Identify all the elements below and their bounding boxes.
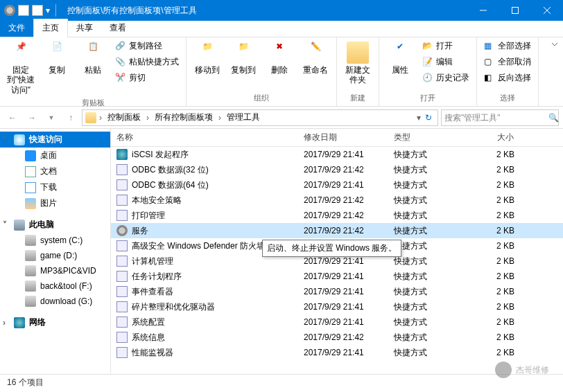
status-bar: 16 个项目 bbox=[0, 374, 563, 391]
file-name: 系统配置 bbox=[132, 317, 165, 327]
history-button[interactable]: 🕘历史记录 bbox=[419, 71, 472, 85]
back-button[interactable]: ← bbox=[4, 109, 21, 126]
file-size: 2 KB bbox=[465, 302, 520, 312]
nav-pictures[interactable]: 图片 bbox=[0, 195, 110, 211]
selectnone-button[interactable]: ▢全部取消 bbox=[481, 55, 534, 69]
chevron-icon[interactable]: › bbox=[145, 113, 150, 123]
file-row[interactable]: 打印管理2017/9/29 21:42快捷方式2 KB bbox=[111, 208, 563, 223]
nav-pane[interactable]: ˅快速访问 桌面 文档 下载 图片 ˅此电脑 system (C:) game … bbox=[0, 129, 111, 374]
nav-drive-f[interactable]: back&tool (F:) bbox=[0, 278, 110, 294]
pasteshortcut-button[interactable]: 📎粘贴快捷方式 bbox=[112, 55, 182, 69]
file-date: 2017/9/29 21:42 bbox=[298, 211, 388, 220]
tab-file[interactable]: 文件 bbox=[0, 19, 33, 37]
ribbon-collapse-button[interactable] bbox=[546, 37, 563, 106]
file-date: 2017/9/29 21:42 bbox=[298, 332, 388, 342]
nav-drive-g[interactable]: download (G:) bbox=[0, 294, 110, 309]
copyto-button[interactable]: 📁复制到 bbox=[227, 39, 260, 78]
crumb-2[interactable]: 管理工具 bbox=[224, 112, 263, 123]
file-row[interactable]: ODBC 数据源(32 位)2017/9/29 21:42快捷方式2 KB bbox=[111, 162, 563, 177]
file-list: 名称 修改日期 类型 大小 iSCSI 发起程序2017/9/29 21:41快… bbox=[111, 129, 563, 374]
file-row[interactable]: 系统信息2017/9/29 21:42快捷方式2 KB bbox=[111, 330, 563, 345]
file-row[interactable]: 本地安全策略2017/9/29 21:42快捷方式2 KB bbox=[111, 193, 563, 208]
new-group-label: 新建 bbox=[341, 93, 374, 105]
qat-icon-1[interactable] bbox=[18, 5, 29, 16]
recent-button[interactable]: ▼ bbox=[43, 109, 60, 126]
file-date: 2017/9/29 21:41 bbox=[298, 180, 388, 190]
address-dropdown[interactable]: ▾ bbox=[417, 113, 421, 123]
file-row[interactable]: ODBC 数据源(64 位)2017/9/29 21:41快捷方式2 KB bbox=[111, 177, 563, 193]
crumb-1[interactable]: 所有控制面板项 bbox=[152, 112, 216, 123]
pin-button[interactable]: 📌固定到"快速访问" bbox=[4, 39, 37, 98]
file-row[interactable]: 碎片整理和优化驱动器2017/9/29 21:41快捷方式2 KB bbox=[111, 299, 563, 314]
tab-share[interactable]: 共享 bbox=[68, 19, 101, 37]
edit-button[interactable]: 📝编辑 bbox=[419, 55, 472, 69]
search-icon[interactable]: 🔍 bbox=[548, 113, 559, 123]
copy-button[interactable]: 📄复制 bbox=[40, 39, 73, 78]
selectall-button[interactable]: ▦全部选择 bbox=[481, 39, 534, 53]
file-size: 2 KB bbox=[465, 287, 520, 296]
rename-button[interactable]: ✏️重命名 bbox=[299, 39, 332, 78]
file-row[interactable]: 系统配置2017/9/29 21:41快捷方式2 KB bbox=[111, 314, 563, 330]
nav-network[interactable]: ›网络 bbox=[0, 314, 110, 330]
nav-desktop[interactable]: 桌面 bbox=[0, 148, 110, 163]
file-type: 快捷方式 bbox=[388, 317, 465, 328]
file-size: 2 KB bbox=[465, 348, 520, 357]
col-size[interactable]: 大小 bbox=[465, 132, 520, 143]
qat-dropdown[interactable]: ▾ bbox=[46, 6, 50, 15]
file-date: 2017/9/29 21:41 bbox=[298, 317, 388, 327]
item-count: 16 个项目 bbox=[7, 377, 44, 389]
file-row[interactable]: 任务计划程序2017/9/29 21:41快捷方式2 KB bbox=[111, 269, 563, 284]
file-name: ODBC 数据源(32 位) bbox=[132, 165, 209, 175]
nav-drive-d[interactable]: game (D:) bbox=[0, 248, 110, 263]
nav-drive-e[interactable]: MP3&PIC&VID bbox=[0, 263, 110, 278]
col-type[interactable]: 类型 bbox=[388, 132, 465, 143]
properties-button[interactable]: ✔属性 bbox=[383, 39, 417, 78]
cut-button[interactable]: ✂️剪切 bbox=[112, 71, 182, 85]
nav-downloads[interactable]: 下载 bbox=[0, 179, 110, 195]
chevron-icon[interactable]: › bbox=[98, 113, 103, 123]
maximize-button[interactable] bbox=[499, 0, 531, 21]
crumb-0[interactable]: 控制面板 bbox=[105, 112, 144, 123]
file-date: 2017/9/29 21:42 bbox=[298, 226, 388, 235]
file-size: 2 KB bbox=[465, 211, 520, 220]
delete-button[interactable]: ✖删除 bbox=[263, 39, 296, 78]
refresh-button[interactable]: ↻ bbox=[422, 113, 435, 123]
file-name: 高级安全 Windows Defender 防火墙 bbox=[132, 241, 265, 251]
copypath-button[interactable]: 🔗复制路径 bbox=[112, 39, 182, 53]
close-button[interactable] bbox=[531, 0, 563, 21]
file-row[interactable]: 事件查看器2017/9/29 21:41快捷方式2 KB bbox=[111, 284, 563, 299]
search-input[interactable] bbox=[444, 113, 548, 123]
file-size: 2 KB bbox=[465, 332, 520, 342]
file-rows[interactable]: iSCSI 发起程序2017/9/29 21:41快捷方式2 KBODBC 数据… bbox=[111, 147, 563, 374]
clipboard-group-label: 剪贴板 bbox=[4, 98, 182, 109]
forward-button[interactable]: → bbox=[24, 109, 40, 126]
file-name: 碎片整理和优化驱动器 bbox=[132, 302, 215, 312]
up-button[interactable]: ↑ bbox=[62, 109, 79, 126]
nav-quick-access[interactable]: ˅快速访问 bbox=[0, 132, 110, 148]
open-button[interactable]: 📂打开 bbox=[419, 39, 472, 53]
file-name: iSCSI 发起程序 bbox=[132, 150, 189, 159]
invert-button[interactable]: ◧反向选择 bbox=[481, 71, 534, 85]
col-name[interactable]: 名称 bbox=[111, 132, 298, 143]
newfolder-button[interactable]: 新建文件夹 bbox=[341, 39, 374, 88]
nav-drive-c[interactable]: system (C:) bbox=[0, 233, 110, 248]
nav-thispc[interactable]: ˅此电脑 bbox=[0, 217, 110, 233]
chevron-icon[interactable]: › bbox=[217, 113, 223, 123]
minimize-button[interactable] bbox=[467, 0, 499, 21]
file-row[interactable]: iSCSI 发起程序2017/9/29 21:41快捷方式2 KB bbox=[111, 147, 563, 162]
search-box[interactable]: 🔍 bbox=[441, 109, 559, 126]
file-name: 性能监视器 bbox=[132, 348, 173, 357]
ribbon: 📌固定到"快速访问" 📄复制 📋粘贴 🔗复制路径 📎粘贴快捷方式 ✂️剪切 剪贴… bbox=[0, 37, 563, 107]
file-icon bbox=[116, 256, 128, 267]
col-date[interactable]: 修改日期 bbox=[298, 132, 388, 143]
file-row[interactable]: 服务2017/9/29 21:42快捷方式2 KB bbox=[111, 223, 563, 238]
paste-button[interactable]: 📋粘贴 bbox=[76, 39, 110, 78]
qat-icon-2[interactable] bbox=[32, 5, 43, 16]
tab-home[interactable]: 主页 bbox=[33, 19, 68, 37]
breadcrumb[interactable]: › 控制面板 › 所有控制面板项 › 管理工具 ▾ ↻ bbox=[82, 109, 438, 126]
file-row[interactable]: 性能监视器2017/9/29 21:41快捷方式2 KB bbox=[111, 345, 563, 360]
file-date: 2017/9/29 21:41 bbox=[298, 256, 388, 266]
nav-documents[interactable]: 文档 bbox=[0, 163, 110, 179]
tab-view[interactable]: 查看 bbox=[101, 19, 135, 37]
moveto-button[interactable]: 📁移动到 bbox=[191, 39, 224, 78]
